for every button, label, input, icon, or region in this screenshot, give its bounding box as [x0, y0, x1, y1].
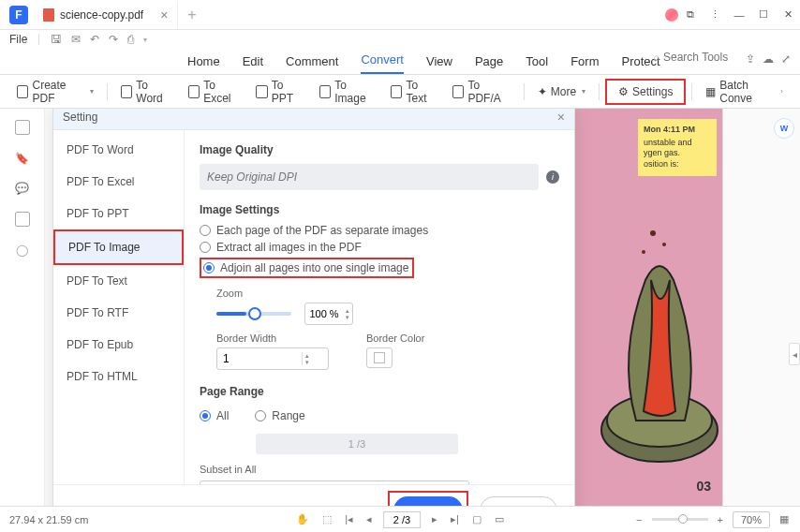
layout-icon[interactable]: ▦ [778, 513, 791, 525]
border-color-picker[interactable] [366, 347, 393, 368]
menu-form[interactable]: Form [570, 54, 599, 74]
sidebar-pdf-to-image[interactable]: PDF To Image [53, 229, 184, 265]
comments-icon[interactable]: 💬 [15, 182, 29, 195]
search-panel-icon[interactable]: ◯ [16, 244, 28, 257]
more-button[interactable]: ✦More▾ [530, 81, 593, 102]
page-input[interactable] [383, 511, 421, 528]
menu-edit[interactable]: Edit [243, 54, 263, 74]
sidebar-pdf-to-rtf[interactable]: PDF To RTF [53, 297, 184, 329]
tab-title: science-copy.pdf [60, 8, 143, 22]
first-page-icon[interactable]: |◂ [343, 513, 355, 525]
settings-button[interactable]: ⚙Settings [615, 83, 676, 100]
next-page-icon[interactable]: ▸ [430, 513, 439, 525]
pdf-icon [43, 8, 54, 22]
sidebar-pdf-to-epub[interactable]: PDF To Epub [53, 329, 184, 361]
zoom-out-icon[interactable]: − [634, 514, 644, 525]
text-icon [391, 85, 403, 98]
zoom-value[interactable]: 70% [733, 511, 770, 528]
option-adjoin[interactable]: Adjoin all pages into one single image [203, 261, 408, 274]
mail-icon[interactable]: ✉ [71, 33, 81, 46]
fit-width-icon[interactable]: ▭ [493, 513, 506, 525]
print-icon[interactable]: ⎙ [127, 33, 134, 46]
page-number: 03 [696, 479, 711, 494]
zoom-slider-status[interactable] [652, 518, 708, 521]
document-tab[interactable]: science-copy.pdf × [34, 1, 178, 29]
menu-comment[interactable]: Comment [286, 54, 338, 74]
close-window-button[interactable]: ✕ [776, 0, 800, 30]
app-icon: F [9, 6, 28, 24]
zoom-in-icon[interactable]: + [716, 514, 725, 525]
sidebar-pdf-to-ppt[interactable]: PDF To PPT [53, 198, 184, 229]
save-icon[interactable]: 🖫 [51, 33, 62, 46]
expand-right-icon[interactable]: ◂ [789, 343, 800, 365]
create-pdf-button[interactable]: Create PDF▾ [9, 75, 101, 109]
search-input[interactable] [663, 51, 738, 64]
sticky-note[interactable]: Mon 4:11 PM unstable and ygen gas. ositi… [638, 119, 717, 176]
document-preview: Mon 4:11 PM unstable and ygen gas. ositi… [570, 109, 738, 532]
excel-icon [188, 85, 200, 98]
menu-dots-icon[interactable]: ⋮ [703, 0, 727, 30]
select-tool-icon[interactable]: ⬚ [320, 513, 333, 525]
plus-doc-icon [17, 85, 28, 98]
undo-icon[interactable]: ↶ [90, 33, 99, 46]
sidebar-pdf-to-text[interactable]: PDF To Text [53, 265, 184, 297]
pdfa-icon [452, 85, 465, 98]
print-dropdown-icon[interactable]: ▾ [143, 36, 147, 44]
thumbnails-icon[interactable] [15, 120, 30, 135]
menu-tool[interactable]: Tool [526, 54, 548, 74]
close-tab-icon[interactable]: × [160, 7, 168, 22]
search-icon[interactable]: ⌕ [653, 51, 659, 64]
range-custom[interactable]: Range [255, 409, 304, 422]
theme-icon[interactable] [665, 8, 678, 22]
option-extract-images[interactable]: Extract all images in the PDF [200, 241, 559, 254]
option-each-page[interactable]: Each page of the PDF as separate images [200, 224, 559, 237]
menu-convert[interactable]: Convert [361, 52, 404, 74]
attachments-icon[interactable] [15, 212, 30, 227]
radio-icon [200, 242, 211, 253]
image-settings-label: Image Settings [200, 203, 559, 216]
page-range-label: Page Range [200, 385, 559, 398]
to-word-button[interactable]: To Word [113, 75, 181, 109]
dpi-input[interactable] [200, 164, 539, 190]
menu-view[interactable]: View [426, 54, 452, 74]
radio-icon [200, 225, 211, 236]
last-page-icon[interactable]: ▸| [449, 513, 461, 525]
zoom-label: Zoom [216, 288, 559, 299]
to-excel-button[interactable]: To Excel [181, 75, 249, 109]
radio-icon [255, 410, 266, 421]
page-dimensions: 27.94 x 21.59 cm [9, 514, 88, 525]
sidebar-pdf-to-html[interactable]: PDF To HTML [53, 361, 184, 392]
to-image-button[interactable]: To Image [312, 75, 383, 109]
zoom-value-input[interactable]: ▴▾ [304, 303, 353, 325]
redo-icon[interactable]: ↷ [109, 33, 118, 46]
bookmarks-icon[interactable]: 🔖 [15, 152, 29, 165]
to-text-button[interactable]: To Text [383, 75, 445, 109]
menu-page[interactable]: Page [475, 54, 503, 74]
new-tab-button[interactable]: + [178, 7, 205, 23]
file-menu[interactable]: File [9, 33, 27, 46]
border-width-input[interactable]: ▴▾ [216, 347, 329, 370]
ext-window-icon[interactable]: ⧉ [678, 0, 703, 30]
batch-convert-button[interactable]: ▦Batch Conve› [698, 75, 791, 109]
fit-page-icon[interactable]: ▢ [470, 513, 483, 525]
to-pdfa-button[interactable]: To PDF/A [445, 75, 518, 109]
cloud-icon[interactable]: ☁ [763, 52, 774, 66]
modal-close-button[interactable]: × [557, 110, 565, 125]
prev-page-icon[interactable]: ◂ [364, 513, 374, 525]
share-icon[interactable]: ⇪ [746, 52, 755, 66]
hand-tool-icon[interactable]: ✋ [294, 513, 311, 525]
sidebar-pdf-to-excel[interactable]: PDF To Excel [53, 166, 184, 198]
word-badge-icon[interactable]: W [774, 118, 794, 139]
zoom-slider[interactable] [216, 312, 291, 316]
sidebar-pdf-to-word[interactable]: PDF To Word [53, 134, 184, 166]
menu-home[interactable]: Home [187, 54, 220, 74]
range-all[interactable]: All [200, 409, 229, 422]
radio-checked-icon [200, 410, 211, 421]
fullscreen-icon[interactable]: ⤢ [781, 52, 791, 66]
batch-icon: ▦ [705, 85, 716, 98]
to-ppt-button[interactable]: To PPT [248, 75, 311, 109]
settings-modal: Setting × PDF To Word PDF To Excel PDF T… [52, 109, 575, 532]
info-icon[interactable]: i [546, 170, 559, 184]
minimize-button[interactable]: — [727, 0, 751, 30]
maximize-button[interactable]: ☐ [751, 0, 776, 30]
